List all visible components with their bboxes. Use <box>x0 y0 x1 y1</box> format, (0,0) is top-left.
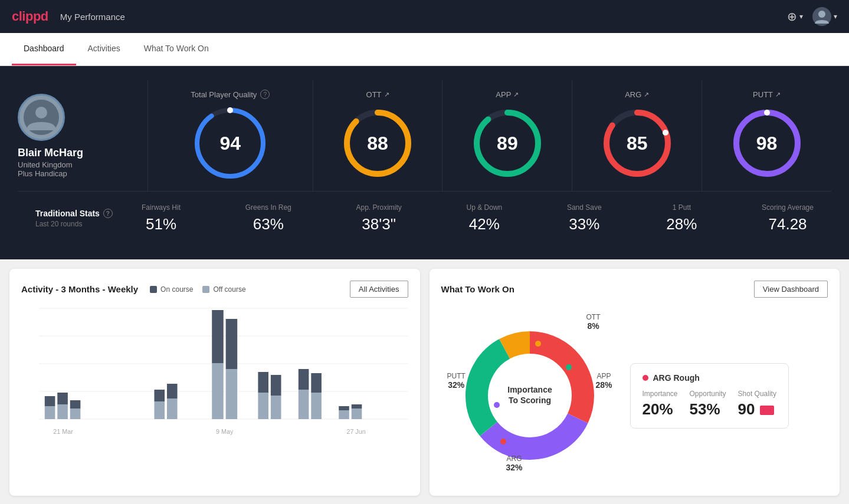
trad-subtitle: Last 20 rounds <box>35 220 142 228</box>
activity-legend: On course Off course <box>150 285 246 294</box>
donut-chart-area: Importance To Scoring OTT 8% APP 28% <box>441 307 618 484</box>
svg-rect-50 <box>299 369 309 390</box>
app-circle: 89 <box>469 105 546 182</box>
svg-rect-41 <box>258 393 268 419</box>
work-on-title: What To Work On <box>441 284 514 294</box>
svg-point-66 <box>535 341 541 347</box>
svg-point-13 <box>663 130 668 136</box>
add-icon[interactable]: ⊕ ▾ <box>787 9 803 24</box>
total-quality-label: Total Player Quality ? <box>191 90 270 99</box>
detail-card: ARG Rough Importance 20% Opportunity 53%… <box>630 363 789 429</box>
activity-title: Activity - 3 Months - Weekly <box>21 284 138 294</box>
hero-section: Blair McHarg United Kingdom Plus Handica… <box>0 66 849 259</box>
putt-circle: 98 <box>729 105 805 182</box>
tab-dashboard[interactable]: Dashboard <box>12 33 76 65</box>
legend-oncourse-dot <box>150 286 157 293</box>
svg-rect-46 <box>339 406 349 410</box>
putt-donut-label: PUTT 32% <box>447 372 466 390</box>
logo: clippd <box>12 9 48 24</box>
stats-circles: Total Player Quality ? 94 OTT ↗ <box>147 80 831 191</box>
trad-stat-sandsave: Sand Save 33% <box>567 203 602 233</box>
header-title: My Performance <box>60 12 125 22</box>
tab-activities[interactable]: Activities <box>76 33 132 65</box>
shot-quality-metric: Shot Quality 90 <box>738 390 776 419</box>
putt-section: PUTT ↗ 98 <box>702 80 831 191</box>
svg-point-3 <box>35 107 47 118</box>
header: clippd My Performance ⊕ ▾ ▾ <box>0 0 849 33</box>
activity-card: Activity - 3 Months - Weekly On course O… <box>9 269 420 496</box>
activity-chart-svg: 0 2 4 6 8 <box>39 307 408 449</box>
opportunity-metric: Opportunity 53% <box>690 390 726 419</box>
svg-rect-29 <box>57 404 68 419</box>
legend-oncourse: On course <box>150 285 193 294</box>
player-handicap: Plus Handicap <box>18 169 147 178</box>
donut-svg: Importance To Scoring <box>441 307 618 484</box>
header-left: clippd My Performance <box>12 9 125 24</box>
total-quality-value: 94 <box>220 133 241 154</box>
work-on-card: What To Work On View Dashboard <box>430 269 840 496</box>
hero-top: Blair McHarg United Kingdom Plus Handica… <box>18 80 831 191</box>
svg-rect-39 <box>226 369 238 419</box>
arg-trend: ↗ <box>644 91 649 98</box>
player-avatar <box>18 94 65 141</box>
activity-card-header: Activity - 3 Months - Weekly On course O… <box>21 281 408 298</box>
work-on-body: Importance To Scoring OTT 8% APP 28% <box>441 307 828 484</box>
player-name: Blair McHarg <box>18 147 147 159</box>
arg-donut-label: ARG 32% <box>506 454 523 472</box>
ott-circle: 88 <box>339 105 416 182</box>
svg-text:To Scoring: To Scoring <box>508 396 550 405</box>
svg-rect-36 <box>167 384 178 398</box>
ott-value: 88 <box>367 132 388 154</box>
putt-label: PUTT ↗ <box>753 90 781 99</box>
help-icon[interactable]: ? <box>260 90 270 99</box>
trad-stat-scoring: Scoring Average 74.28 <box>762 203 814 233</box>
tab-what-to-work-on[interactable]: What To Work On <box>132 33 221 65</box>
arg-section: ARG ↗ 85 <box>572 80 702 191</box>
detail-dot <box>643 375 648 381</box>
ott-section: OTT ↗ 88 <box>313 80 443 191</box>
putt-value: 98 <box>756 132 778 154</box>
svg-point-1 <box>818 11 825 18</box>
ott-label: OTT ↗ <box>366 90 389 99</box>
total-quality-section: Total Player Quality ? 94 <box>148 80 313 191</box>
svg-rect-43 <box>271 396 281 419</box>
arg-circle: 85 <box>599 105 676 182</box>
svg-point-16 <box>764 110 770 116</box>
ott-trend: ↗ <box>384 91 389 98</box>
trad-stats-row: Fairways Hit 51% Greens In Reg 63% App. … <box>142 203 814 233</box>
svg-rect-34 <box>154 390 165 401</box>
svg-rect-32 <box>70 400 81 409</box>
svg-rect-48 <box>352 404 362 409</box>
trad-help-icon[interactable]: ? <box>103 209 113 218</box>
header-right: ⊕ ▾ ▾ <box>787 7 837 26</box>
main-content: Activity - 3 Months - Weekly On course O… <box>0 259 849 504</box>
svg-rect-30 <box>57 393 68 404</box>
svg-rect-47 <box>352 409 362 419</box>
svg-point-63 <box>566 364 572 370</box>
view-dashboard-button[interactable]: View Dashboard <box>754 281 828 298</box>
svg-rect-49 <box>299 390 309 419</box>
trad-stat-gir: Greens In Reg 63% <box>245 203 291 233</box>
app-value: 89 <box>497 132 518 154</box>
total-quality-circle: 94 <box>192 105 268 182</box>
putt-trend: ↗ <box>775 91 781 98</box>
svg-rect-28 <box>45 396 55 406</box>
svg-point-6 <box>227 107 233 113</box>
trad-stat-updown: Up & Down 42% <box>467 203 503 233</box>
legend-offcourse: Off course <box>202 285 245 294</box>
svg-rect-45 <box>339 410 349 419</box>
shot-quality-swatch <box>760 406 774 415</box>
svg-rect-31 <box>70 409 81 419</box>
player-country: United Kingdom <box>18 160 147 169</box>
svg-text:27 Jun: 27 Jun <box>346 428 365 435</box>
svg-rect-52 <box>311 373 322 393</box>
all-activities-button[interactable]: All Activities <box>350 281 408 298</box>
user-avatar[interactable]: ▾ <box>812 7 837 26</box>
chart-area: 0 2 4 6 8 <box>21 307 408 451</box>
tabs-bar: Dashboard Activities What To Work On <box>0 33 849 66</box>
svg-rect-51 <box>311 393 322 419</box>
svg-rect-33 <box>154 401 165 419</box>
svg-rect-42 <box>258 372 268 393</box>
app-section: APP ↗ 89 <box>442 80 572 191</box>
trad-label: Traditional Stats ? Last 20 rounds <box>35 209 142 228</box>
